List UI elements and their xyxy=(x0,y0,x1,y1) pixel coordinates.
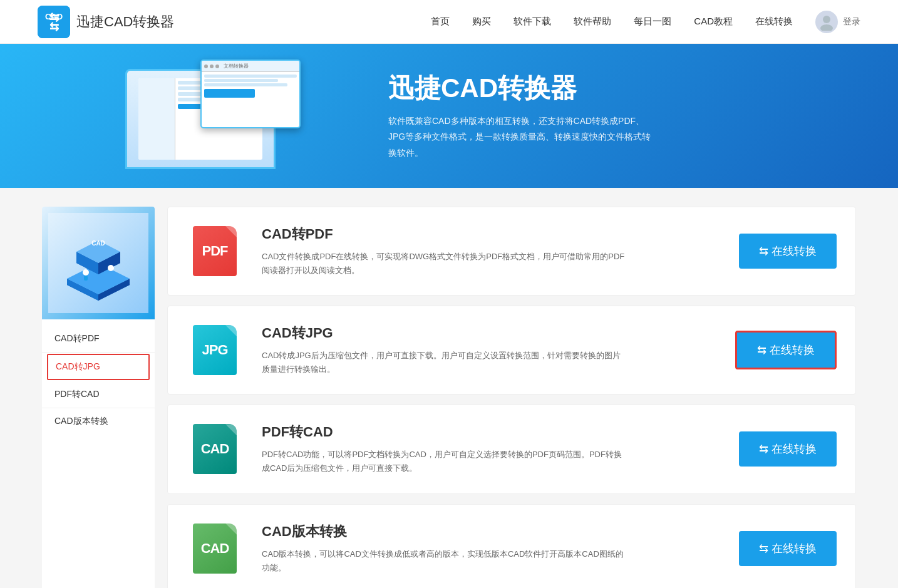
hero-illustration: 文档转换器 xyxy=(125,56,301,175)
svg-rect-15 xyxy=(84,276,88,281)
conversion-list: PDF CAD转PDF CAD文件转换成PDF在线转换，可实现将DWG格式文件转… xyxy=(167,207,856,588)
svg-text:CAD: CAD xyxy=(91,240,105,247)
sidebar-menu: CAD转PDF CAD转JPG PDF转CAD CAD版本转换 xyxy=(42,319,155,441)
hero-text-area: 迅捷CAD转换器 软件既兼容CAD多种版本的相互转换，还支持将CAD转换成PDF… xyxy=(388,71,651,161)
hero-title: 迅捷CAD转换器 xyxy=(388,71,651,106)
conversion-card-cad-version: CAD CAD版本转换 CAD版本转换，可以将CAD文件转换成低或者高的版本，实… xyxy=(167,504,856,588)
nav-daily[interactable]: 每日一图 xyxy=(634,16,671,28)
user-area[interactable]: 登录 xyxy=(815,11,860,33)
pdf-label: PDF xyxy=(202,243,228,259)
svg-point-4 xyxy=(820,24,833,31)
file-icon-jpg: JPG xyxy=(193,325,237,375)
nav-buy[interactable]: 购买 xyxy=(472,16,491,28)
card-info-pdf-cad: PDF转CAD PDF转CAD功能，可以将PDF文档转换为CAD，用户可自定义选… xyxy=(262,423,720,475)
card-info-cad-version: CAD版本转换 CAD版本转换，可以将CAD文件转换成低或者高的版本，实现低版本… xyxy=(262,522,720,575)
sidebar-item-cad-version[interactable]: CAD版本转换 xyxy=(42,408,155,435)
logo-text: 迅捷CAD转换器 xyxy=(76,13,174,31)
nav-download[interactable]: 软件下载 xyxy=(514,16,551,28)
nav-online[interactable]: 在线转换 xyxy=(755,16,793,28)
card-title-pdf-cad: PDF转CAD xyxy=(262,423,720,441)
convert-btn-pdf-cad[interactable]: ⇆ 在线转换 xyxy=(739,431,837,467)
file-icon-cad: CAD xyxy=(193,424,237,474)
nav-help[interactable]: 软件帮助 xyxy=(574,16,611,28)
file-icon-area-jpg: JPG xyxy=(187,325,243,375)
logo-icon: CAD ⇆ xyxy=(38,6,70,38)
convert-btn-cad-version[interactable]: ⇆ 在线转换 xyxy=(739,531,837,566)
file-icon-cad-version: CAD xyxy=(193,524,237,574)
header: CAD ⇆ 迅捷CAD转换器 首页 购买 软件下载 软件帮助 每日一图 CAD教… xyxy=(0,0,898,44)
file-icon-area-cad: CAD xyxy=(187,424,243,474)
cad-version-label: CAD xyxy=(201,540,229,557)
left-sidebar: CAD CAD转PDF CAD转JPG PDF转CAD CAD版本转换 xyxy=(42,207,155,588)
conversion-card-pdf-cad: CAD PDF转CAD PDF转CAD功能，可以将PDF文档转换为CAD，用户可… xyxy=(167,405,856,493)
main-content: CAD CAD转PDF CAD转JPG PDF转CAD CAD版本转换 PDF … xyxy=(29,207,869,588)
conversion-card-cad-jpg: JPG CAD转JPG CAD转成JPG后为压缩包文件，用户可直接下载。用户可自… xyxy=(167,306,856,395)
svg-rect-17 xyxy=(109,271,113,276)
sidebar-item-pdf-cad[interactable]: PDF转CAD xyxy=(42,381,155,408)
hero-window: 文档转换器 xyxy=(200,59,301,128)
conversion-card-cad-pdf: PDF CAD转PDF CAD文件转换成PDF在线转换，可实现将DWG格式文件转… xyxy=(167,207,856,296)
card-title-cad-version: CAD版本转换 xyxy=(262,522,720,541)
file-icon-area-pdf: PDF xyxy=(187,226,243,276)
convert-btn-cad-pdf[interactable]: ⇆ 在线转换 xyxy=(739,234,837,269)
card-info-cad-jpg: CAD转JPG CAD转成JPG后为压缩包文件，用户可直接下载。用户可自定义设置… xyxy=(262,324,716,376)
svg-point-3 xyxy=(823,16,830,23)
nav-home[interactable]: 首页 xyxy=(431,16,450,28)
nav-tutorial[interactable]: CAD教程 xyxy=(694,16,733,28)
card-desc-cad-version: CAD版本转换，可以将CAD文件转换成低或者高的版本，实现低版本CAD软件打开高… xyxy=(262,547,625,575)
avatar xyxy=(815,11,838,33)
svg-point-16 xyxy=(108,265,114,271)
card-title-cad-jpg: CAD转JPG xyxy=(262,324,716,343)
card-desc-cad-jpg: CAD转成JPG后为压缩包文件，用户可直接下载。用户可自定义设置转换范围，针对需… xyxy=(262,349,625,376)
user-name[interactable]: 登录 xyxy=(843,16,860,28)
main-nav: 首页 购买 软件下载 软件帮助 每日一图 CAD教程 在线转换 xyxy=(431,16,793,28)
sidebar-item-cad-jpg[interactable]: CAD转JPG xyxy=(47,354,150,380)
iso-svg: CAD xyxy=(48,213,148,313)
svg-rect-0 xyxy=(38,6,70,38)
jpg-label: JPG xyxy=(202,342,227,358)
sidebar-item-cad-pdf[interactable]: CAD转PDF xyxy=(42,326,155,353)
card-info-cad-pdf: CAD转PDF CAD文件转换成PDF在线转换，可实现将DWG格式文件转换为PD… xyxy=(262,225,720,277)
svg-text:⇆: ⇆ xyxy=(49,21,59,33)
hero-banner: 文档转换器 迅捷CAD转换器 软件既兼容CAD多种版本的相互转换，还支持将CAD… xyxy=(0,44,898,188)
sidebar-image: CAD xyxy=(42,207,155,319)
file-icon-area-cad-version: CAD xyxy=(187,524,243,574)
cad-label: CAD xyxy=(201,441,229,457)
logo-area[interactable]: CAD ⇆ 迅捷CAD转换器 xyxy=(38,6,174,38)
convert-btn-cad-jpg[interactable]: ⇆ 在线转换 xyxy=(735,331,837,369)
file-icon-pdf: PDF xyxy=(193,226,237,276)
card-desc-pdf-cad: PDF转CAD功能，可以将PDF文档转换为CAD，用户可自定义选择要转换的PDF… xyxy=(262,448,625,475)
card-desc-cad-pdf: CAD文件转换成PDF在线转换，可实现将DWG格式文件转换为PDF格式文档，用户… xyxy=(262,250,625,277)
hero-desc: 软件既兼容CAD多种版本的相互转换，还支持将CAD转换成PDF、JPG等多种文件… xyxy=(388,113,651,161)
svg-point-14 xyxy=(83,269,89,276)
card-title-cad-pdf: CAD转PDF xyxy=(262,225,720,244)
svg-text:CAD: CAD xyxy=(45,12,63,21)
